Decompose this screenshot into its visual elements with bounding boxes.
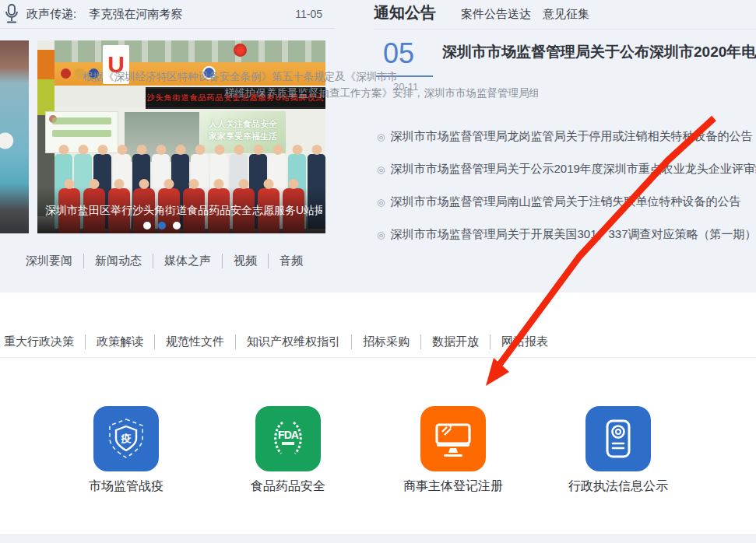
- microphone-icon: [3, 3, 20, 25]
- notice-item-text: 深圳市市场监督管理局南山监管局关于注销失联单位特种设备的公告: [390, 194, 740, 208]
- nav-item-tender-procurement[interactable]: 招标采购: [352, 335, 421, 349]
- nav-item-ip-rights-guide[interactable]: 知识产权维权指引: [236, 335, 352, 349]
- red-flower-decoration: [234, 44, 247, 57]
- carousel-dot-active[interactable]: [158, 222, 166, 229]
- carousel-dot[interactable]: [173, 222, 181, 229]
- poster-line-2: 家家享受幸福生活: [200, 130, 286, 142]
- page: 政声传递: 李克强在河南考察 11-05 Station 沙头角街道食品药品安全…: [0, 0, 756, 543]
- featured-notice-title-link[interactable]: 深圳市市场监督管理局关于公布深圳市2020年电梯维护保: [442, 42, 756, 62]
- carousel-dots: [143, 222, 181, 229]
- horizontal-divider: [0, 357, 756, 358]
- svg-text:疫: 疫: [121, 433, 132, 444]
- notice-item-link[interactable]: ◎深圳市市场监督管理局龙岗监管局关于停用或注销相关特种设备的公告: [377, 129, 756, 144]
- card-label-epidemic[interactable]: 市场监管战疫: [62, 478, 190, 495]
- notice-item-text: 深圳市市场监督管理局龙岗监管局关于停用或注销相关特种设备的公告: [390, 129, 752, 142]
- card-business-registration[interactable]: [420, 406, 486, 471]
- svg-text:FDA: FDA: [278, 429, 299, 441]
- nav-item-shenzhen-news[interactable]: 深圳要闻: [26, 254, 84, 268]
- tab-case-announcements[interactable]: 案件公告送达: [461, 7, 531, 22]
- card-epidemic-supervision[interactable]: 疫: [93, 406, 159, 471]
- ticker-date: 11-05: [295, 8, 322, 20]
- bullet-icon: ◎: [377, 197, 385, 208]
- body-camera-icon: [596, 417, 640, 461]
- card-label-law-info[interactable]: 行政执法信息公示: [554, 478, 682, 495]
- tab-opinion-solicitation[interactable]: 意见征集: [543, 7, 589, 22]
- nav-item-news-updates[interactable]: 新闻动态: [84, 254, 153, 268]
- photo-building-windows: [55, 40, 325, 62]
- card-food-drug-safety[interactable]: FDA: [255, 406, 321, 471]
- photo-facade-green-block: [37, 79, 55, 115]
- monitor-icon: [431, 417, 475, 461]
- nav-item-open-data[interactable]: 数据开放: [421, 335, 491, 349]
- notices-section-title: 通知公告: [374, 2, 436, 23]
- epidemic-shield-icon: 疫: [104, 417, 148, 461]
- news-section-nav: 深圳要闻 新闻动态 媒体之声 视频 音频: [26, 254, 314, 268]
- nav-item-video[interactable]: 视频: [223, 254, 269, 268]
- nav-item-normative-documents[interactable]: 规范性文件: [155, 335, 236, 349]
- notice-item-link[interactable]: ◎深圳市市场监督管理局关于公示2019年度深圳市重点农业龙头企业评审结果的: [377, 162, 756, 177]
- notice-item-link[interactable]: ◎深圳市市场监督管理局南山监管局关于注销失联单位特种设备的公告: [377, 194, 756, 209]
- service-section-nav: 重大行政决策 政策解读 规范性文件 知识产权维权指引 招标采购 数据开放 网站报…: [4, 335, 559, 349]
- card-law-enforcement-info[interactable]: [585, 406, 651, 471]
- notice-item-text: 深圳市市场监督管理局关于公示2019年度深圳市重点农业龙头企业评审结果的: [390, 162, 756, 175]
- ticker-headline-link[interactable]: 李克强在河南考察: [89, 7, 182, 22]
- poster-line-1: 人人关注食品安全: [200, 117, 286, 130]
- carousel-previous-slide-edge[interactable]: [0, 40, 29, 233]
- notice-item-text: 深圳市市场监督管理局关于开展美国301、337调查对应策略（第一期）专项培: [390, 227, 756, 240]
- section-divider: [374, 29, 756, 30]
- featured-notice-summary-line2: 梯维护保养质量监督抽查工作方案》安排，深圳市市场监督管理局组织开展了: [224, 86, 538, 100]
- photo-facade-orange-block: [37, 50, 55, 79]
- fda-wreath-icon: FDA: [266, 417, 310, 461]
- featured-notice-summary-line1: 根据《深圳经济特区特种设备安全条例》第五十条规定及《深圳市市场: [62, 70, 396, 84]
- carousel-dot[interactable]: [143, 222, 151, 229]
- nav-item-policy-interpretation[interactable]: 政策解读: [86, 335, 155, 349]
- card-label-business-reg[interactable]: 商事主体登记注册: [389, 478, 517, 495]
- carousel-caption-link[interactable]: 深圳市盐田区举行沙头角街道食品药品安全志愿服务U站揭牌仪式: [45, 204, 322, 218]
- news-ticker: 政声传递: 李克强在河南考察 11-05: [0, 0, 335, 29]
- nav-item-major-decisions[interactable]: 重大行政决策: [4, 335, 86, 349]
- ticker-label: 政声传递:: [26, 7, 76, 22]
- bullet-icon: ◎: [377, 131, 385, 142]
- footer-band: [0, 534, 756, 543]
- nav-item-audio[interactable]: 音频: [269, 254, 314, 268]
- notice-item-link[interactable]: ◎深圳市市场监督管理局关于开展美国301、337调查对应策略（第一期）专项培: [377, 227, 756, 242]
- featured-notice-day: 05: [377, 37, 420, 70]
- bullet-icon: ◎: [377, 229, 385, 240]
- bullet-icon: ◎: [377, 164, 385, 175]
- nav-item-site-reports[interactable]: 网站报表: [491, 335, 559, 349]
- card-label-food-drug[interactable]: 食品药品安全: [224, 478, 352, 495]
- nav-item-media-voice[interactable]: 媒体之声: [153, 254, 223, 268]
